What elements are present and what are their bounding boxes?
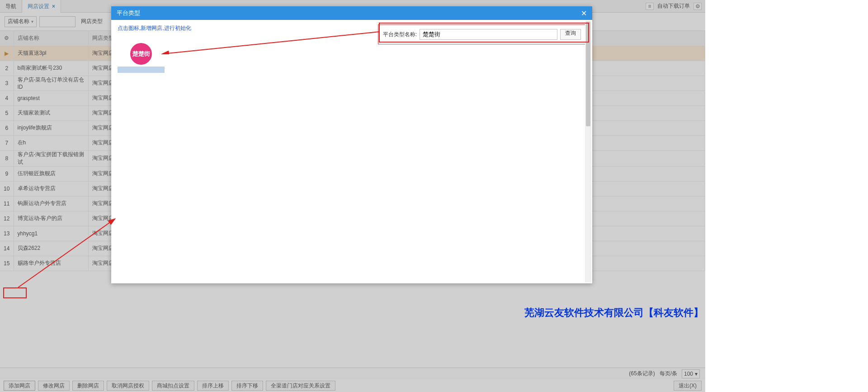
platform-icon: 楚楚街 bbox=[130, 43, 152, 65]
search-label: 平台类型名称: bbox=[383, 31, 417, 38]
platform-name-input[interactable] bbox=[420, 29, 557, 40]
modal-hint: 点击图标,新增网店,进行初始化 bbox=[118, 24, 191, 32]
query-button[interactable]: 查询 bbox=[560, 29, 581, 40]
modal-title: 平台类型 bbox=[117, 9, 140, 17]
modal-body: 点击图标,新增网店,进行初始化 平台类型名称: 查询 楚楚街 bbox=[111, 20, 592, 283]
platform-underline bbox=[118, 67, 165, 73]
modal-close-icon[interactable]: ✕ bbox=[581, 9, 587, 18]
watermark: 芜湖云友软件技术有限公司【科友软件】 bbox=[524, 306, 703, 320]
modal-header: 平台类型 ✕ bbox=[111, 6, 592, 20]
platform-search-panel: 平台类型名称: 查询 bbox=[378, 24, 586, 44]
platform-type-modal: 平台类型 ✕ 点击图标,新增网店,进行初始化 平台类型名称: 查询 楚楚街 bbox=[111, 6, 592, 283]
platform-item[interactable]: 楚楚街 bbox=[118, 43, 165, 73]
modal-scrollbar[interactable] bbox=[585, 21, 591, 282]
scrollbar-thumb[interactable] bbox=[586, 22, 590, 126]
